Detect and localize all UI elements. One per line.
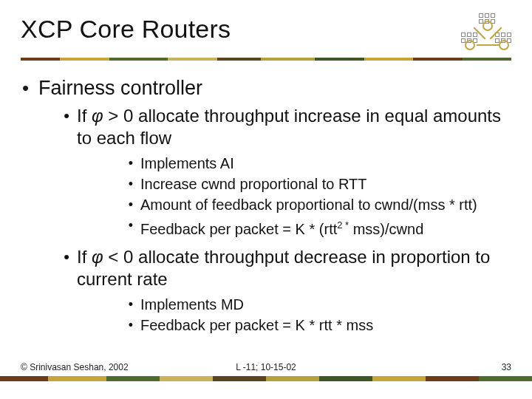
bullet-icon: •: [121, 295, 140, 314]
text: Feedback per packet = K * (rtt2 * mss)/c…: [140, 216, 510, 239]
slide-title: XCP Core Routers: [21, 13, 231, 44]
list-item: •Amount of feedback proportional to cwnd…: [121, 195, 510, 214]
text: Implements MD: [140, 295, 510, 314]
bullet-icon: •: [56, 105, 77, 127]
text: Increase cwnd proportional to RTT: [140, 174, 510, 194]
lvl1-heading: Fairness controller: [38, 77, 202, 99]
footer: © Srinivasan Seshan, 2002 L -11; 10-15-0…: [21, 362, 511, 372]
list-item: • If φ > 0 allocate throughput increase …: [56, 105, 510, 242]
bullet-icon: •: [121, 174, 140, 194]
text: Implements AI: [140, 154, 510, 173]
text: Feedback per packet = K * rtt * mss: [140, 316, 510, 335]
text: If: [77, 106, 92, 126]
list-item: • Fairness controller • If φ > 0 allocat…: [22, 75, 510, 338]
bullet-icon: •: [121, 154, 140, 173]
text: If: [77, 247, 92, 267]
network-logo-icon: [458, 13, 511, 52]
slide-content: • Fairness controller • If φ > 0 allocat…: [21, 61, 511, 338]
bullet-icon: •: [22, 75, 38, 100]
title-row: XCP Core Routers: [21, 13, 511, 52]
list-item: •Feedback per packet = K * rtt * mss: [121, 316, 510, 335]
list-item: •Implements MD: [121, 295, 510, 314]
list-item: •Increase cwnd proportional to RTT: [121, 174, 510, 194]
text: mss)/cwnd: [349, 221, 423, 237]
text: Amount of feedback proportional to cwnd/…: [140, 195, 510, 214]
text: Feedback per packet = K * (rtt: [140, 221, 337, 237]
bullet-icon: •: [121, 316, 140, 335]
text: < 0 allocate throughput decrease in prop…: [77, 247, 490, 289]
footer-divider: [0, 376, 532, 381]
bullet-icon: •: [121, 216, 140, 235]
text: > 0 allocate throughput increase in equa…: [77, 106, 501, 148]
phi-symbol: φ: [92, 247, 103, 267]
list-item: •Feedback per packet = K * (rtt2 * mss)/…: [121, 216, 510, 239]
footer-center: L -11; 10-15-02: [21, 362, 511, 372]
title-divider: [21, 58, 511, 61]
list-item: •Implements AI: [121, 154, 510, 173]
slide: XCP Core Routers • Fairness controller •: [0, 0, 532, 399]
bullet-icon: •: [56, 246, 77, 268]
list-item: • If φ < 0 allocate throughput decrease …: [56, 246, 510, 338]
bullet-icon: •: [121, 195, 140, 214]
superscript: 2 *: [337, 219, 349, 231]
phi-symbol: φ: [92, 106, 103, 126]
